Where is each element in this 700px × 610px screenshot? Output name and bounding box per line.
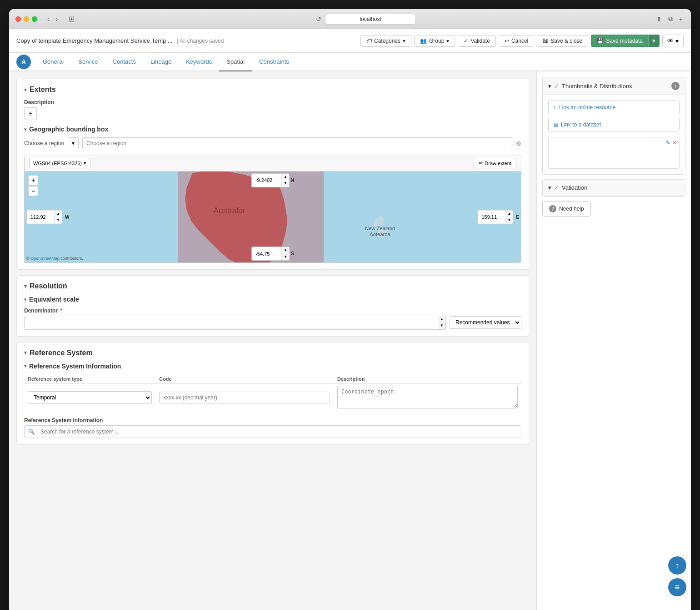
region-search-input[interactable] — [82, 137, 512, 149]
new-window-icon[interactable]: ⧉ — [666, 14, 675, 24]
maximize-button[interactable] — [32, 16, 37, 22]
thumbnail-area: ✎ ✕ — [548, 137, 680, 169]
thumbnails-section-header[interactable]: ▾ ✓ Thumbnails & Distributions i — [543, 77, 685, 95]
tab-service[interactable]: Service — [71, 53, 105, 71]
ref-sys-info-header[interactable]: ▾ Reference System Information — [24, 363, 521, 370]
cancel-button[interactable]: ↩ Cancel — [499, 35, 534, 47]
east-input[interactable] — [478, 211, 505, 224]
validate-button[interactable]: ✓ Validate — [458, 35, 495, 47]
equiv-scale-title: Equivalent scale — [29, 296, 79, 303]
east-input-area[interactable]: ▲ ▼ E — [477, 210, 519, 224]
geo-bbox-header[interactable]: ▾ Geographic bounding box — [24, 126, 521, 133]
eye-button[interactable]: 👁 ▾ — [662, 35, 684, 47]
need-help-button[interactable]: ? Need help — [542, 201, 591, 217]
map-area[interactable]: + − — [25, 171, 521, 262]
zoom-in-button[interactable]: + — [28, 175, 38, 185]
equiv-scale-header[interactable]: ▾ Equivalent scale — [24, 296, 521, 303]
svg-text:Aotearoa: Aotearoa — [370, 232, 390, 237]
west-spinner-up[interactable]: ▲ — [55, 211, 62, 217]
scroll-top-button[interactable]: ↑ — [668, 556, 686, 575]
tab-keywords[interactable]: Keywords — [179, 53, 219, 71]
delete-thumbnail-button[interactable]: ✕ — [672, 139, 677, 146]
draw-extent-button[interactable]: ✏ Draw extent — [474, 158, 516, 168]
forward-button[interactable]: › — [53, 15, 61, 24]
region-clear-button[interactable]: ⊗ — [516, 140, 521, 147]
north-input-area[interactable]: ▲ ▼ N — [251, 173, 294, 187]
rs-description-input[interactable] — [337, 386, 518, 408]
validation-chevron-icon: ▾ — [548, 184, 551, 191]
svg-text:New Zealand: New Zealand — [365, 226, 395, 231]
rs-type-select[interactable]: Temporal — [28, 391, 152, 404]
reference-system-table: Reference system type Code Description T… — [24, 374, 521, 412]
back-button[interactable]: ‹ — [45, 15, 52, 24]
add-tab-icon[interactable]: + — [677, 14, 685, 24]
south-input[interactable] — [252, 247, 281, 260]
thumbnails-info-icon[interactable]: i — [671, 82, 680, 90]
recommended-values-select[interactable]: Recommended values — [450, 316, 521, 329]
thumbnails-chevron-icon: ▾ — [548, 83, 551, 90]
save-metadata-button[interactable]: 💾 Save metadata — [591, 35, 648, 47]
extents-header[interactable]: ▾ Extents — [24, 86, 521, 94]
zoom-out-button[interactable]: − — [28, 186, 38, 196]
tab-general[interactable]: General — [35, 53, 71, 71]
west-input-area[interactable]: ▲ ▼ W — [26, 210, 69, 224]
reference-system-header[interactable]: ▾ Reference System — [24, 349, 521, 357]
group-button[interactable]: 👥 Group ▾ — [414, 35, 455, 47]
eye-icon: 👁 — [667, 37, 674, 45]
validation-title: Validation — [562, 184, 587, 191]
categories-button[interactable]: 🏷 Categories ▾ — [360, 35, 411, 47]
sidebar-toggle-button[interactable]: ⊞ — [66, 14, 77, 24]
crs-chevron-icon: ▾ — [84, 160, 86, 166]
sidebar-buttons-area: + Link an online resource ▦ Link to a da… — [543, 95, 685, 137]
save-close-button[interactable]: 🖫 Save & close — [537, 35, 588, 47]
edit-thumbnail-button[interactable]: ✎ — [665, 139, 670, 146]
add-description-button[interactable]: + — [24, 107, 37, 120]
equiv-scale-chevron-icon: ▾ — [24, 297, 26, 302]
crs-dropdown-button[interactable]: WGS84 (EPSG:4326) ▾ — [29, 158, 90, 168]
share-icon[interactable]: ⬆ — [655, 14, 664, 24]
validation-check-icon: ✓ — [554, 184, 559, 191]
thumbnails-title: Thumbnails & Distributions — [562, 83, 632, 90]
rs-code-header: Code — [155, 374, 334, 384]
reload-button[interactable]: ↺ — [316, 15, 321, 23]
south-spinner-up[interactable]: ▲ — [282, 247, 289, 253]
rs-search-input[interactable] — [39, 426, 521, 437]
categories-chevron-icon: ▾ — [403, 38, 405, 44]
north-spinner-down[interactable]: ▼ — [282, 180, 289, 187]
denom-spinner-down[interactable]: ▼ — [438, 323, 445, 329]
reference-system-title: Reference System — [30, 349, 93, 357]
ref-sys-info-title: Reference System Information — [29, 363, 121, 370]
save-metadata-dropdown[interactable]: ▾ — [648, 35, 660, 47]
tab-constraints[interactable]: Constraints — [252, 53, 296, 71]
link-online-resource-button[interactable]: + Link an online resource — [548, 101, 680, 114]
north-spinner-up[interactable]: ▲ — [282, 174, 289, 180]
user-avatar: A — [16, 55, 31, 69]
denominator-input[interactable] — [25, 316, 438, 329]
west-label: W — [65, 215, 69, 220]
region-dropdown-button[interactable]: ▾ — [68, 137, 79, 149]
fab-menu-button[interactable]: ≡ — [668, 578, 686, 596]
pencil-icon: ✏ — [479, 160, 483, 166]
close-button[interactable] — [15, 16, 21, 22]
north-input[interactable] — [252, 174, 281, 187]
denom-spinner-up[interactable]: ▲ — [438, 316, 445, 323]
tab-lineage[interactable]: Lineage — [143, 53, 179, 71]
ref-sys-chevron-icon: ▾ — [24, 350, 27, 356]
rs-desc-header: Description — [334, 374, 521, 384]
west-spinner-down[interactable]: ▼ — [55, 217, 62, 223]
tab-spatial[interactable]: Spatial — [219, 53, 252, 71]
help-circle-icon: ? — [549, 205, 556, 212]
south-input-area[interactable]: ▲ ▼ S — [251, 247, 294, 261]
ref-sys-info-chevron-icon: ▾ — [24, 363, 26, 368]
rs-search-row[interactable]: 🔍 — [24, 425, 521, 438]
east-spinner-up[interactable]: ▲ — [505, 211, 513, 217]
east-spinner-down[interactable]: ▼ — [505, 217, 513, 223]
link-dataset-button[interactable]: ▦ Link to a dataset — [548, 118, 680, 131]
minimize-button[interactable] — [24, 16, 29, 22]
rs-code-input[interactable] — [159, 392, 330, 403]
validation-section-header[interactable]: ▾ ✓ Validation — [543, 180, 685, 196]
south-spinner-down[interactable]: ▼ — [282, 254, 289, 260]
west-input[interactable] — [27, 211, 54, 224]
resolution-header[interactable]: ▾ Resolution — [24, 282, 521, 290]
tab-contacts[interactable]: Contacts — [105, 53, 143, 71]
